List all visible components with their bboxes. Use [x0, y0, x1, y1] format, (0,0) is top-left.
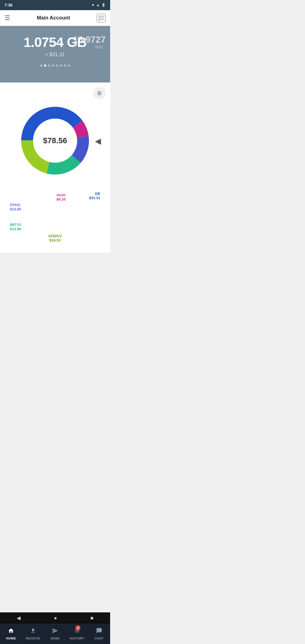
label-gb-name: GB — [89, 192, 100, 196]
carousel-dot-8[interactable] — [68, 64, 70, 67]
carousel-dot-3[interactable] — [48, 64, 50, 67]
label-ithv2-name: ITHV2 — [10, 203, 21, 207]
navbar: ☰ Main Account — [0, 10, 110, 26]
label-ithv2-value: $10.65 — [10, 207, 21, 211]
label-ibitv2-name: IBITV2 — [10, 223, 21, 227]
label-iusdv2-name: IUSDV2 — [49, 234, 62, 238]
label-iaug-value: $6.20 — [56, 197, 66, 201]
label-iaug: IAUG $6.20 — [56, 193, 66, 201]
svg-rect-2 — [99, 19, 101, 20]
wifi-icon: ▼ — [91, 3, 95, 7]
battery-icon: 🔋 — [101, 3, 106, 7]
label-iaug-name: IAUG — [56, 193, 66, 197]
carousel-dot-1[interactable] — [40, 64, 42, 67]
donut-total-value: $78.56 — [43, 136, 67, 145]
donut-center: $78.56 — [43, 136, 67, 145]
balance-secondary-value: 16.9727 — [73, 34, 106, 45]
chart-labels-container: GB $31.31 IAUG $6.20 ITHV2 $10.65 IBITV2… — [10, 192, 100, 248]
carousel-dot-2[interactable] — [44, 64, 46, 67]
carousel-dot-4[interactable] — [52, 64, 54, 67]
carousel-dot-7[interactable] — [64, 64, 66, 67]
signal-icon: ▲ — [96, 3, 100, 7]
balance-usd-value: ≈ $31.31 — [6, 52, 104, 58]
svg-rect-0 — [99, 16, 101, 18]
chart-section: ⚙ $78.56 ► GB $31.31 IAUG $6.20 ITHV2 $1… — [0, 82, 110, 253]
label-gb-value: $31.31 — [89, 196, 100, 200]
svg-rect-1 — [102, 16, 103, 18]
add-account-button[interactable] — [97, 14, 106, 23]
label-ibitv2: IBITV2 $13.88 — [10, 223, 21, 231]
status-time: 7:36 — [5, 3, 12, 7]
carousel-dot-6[interactable] — [60, 64, 62, 67]
label-ithv2: ITHV2 $10.65 — [10, 203, 21, 211]
carousel-dot-5[interactable] — [56, 64, 58, 67]
balance-secondary-usd: ≈$16... — [73, 45, 106, 49]
label-ibitv2-value: $13.88 — [10, 227, 21, 231]
carousel-dots — [6, 64, 104, 67]
label-iusdv2: IUSDV2 $16.53 — [49, 234, 62, 242]
label-iusdv2-value: $16.53 — [49, 238, 62, 242]
page-title: Main Account — [37, 15, 70, 21]
donut-chart: $78.56 ► — [10, 95, 100, 186]
label-gb: GB $31.31 — [89, 192, 100, 200]
status-icons: ▼ ▲ 🔋 — [91, 3, 106, 7]
balance-carousel: 1.0754 GB ≈ $31.31 16.9727 ≈$16... — [0, 26, 110, 82]
menu-icon[interactable]: ☰ — [5, 14, 10, 22]
balance-secondary: 16.9727 ≈$16... — [73, 34, 106, 49]
status-bar: 7:36 ▼ ▲ 🔋 — [0, 0, 110, 10]
cursor-arrow: ► — [93, 135, 103, 147]
